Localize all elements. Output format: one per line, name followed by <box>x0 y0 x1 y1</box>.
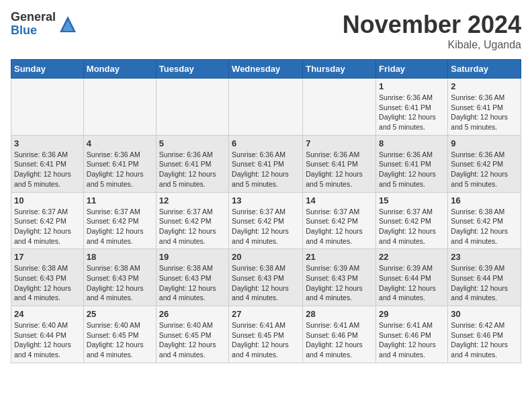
day-info: Sunrise: 6:37 AM Sunset: 6:42 PM Dayligh… <box>159 207 226 246</box>
col-sunday: Sunday <box>11 60 84 79</box>
day-number: 3 <box>14 138 81 148</box>
day-number: 20 <box>232 252 300 262</box>
calendar-cell: 10Sunrise: 6:37 AM Sunset: 6:42 PM Dayli… <box>11 192 84 249</box>
calendar-cell: 13Sunrise: 6:37 AM Sunset: 6:42 PM Dayli… <box>229 192 303 249</box>
day-number: 27 <box>232 309 300 319</box>
day-info: Sunrise: 6:36 AM Sunset: 6:41 PM Dayligh… <box>306 150 373 189</box>
col-tuesday: Tuesday <box>156 60 228 79</box>
day-info: Sunrise: 6:36 AM Sunset: 6:41 PM Dayligh… <box>451 93 518 132</box>
day-number: 24 <box>14 309 81 319</box>
calendar-cell: 21Sunrise: 6:39 AM Sunset: 6:43 PM Dayli… <box>303 249 376 306</box>
day-number: 21 <box>306 252 373 262</box>
day-info: Sunrise: 6:42 AM Sunset: 6:46 PM Dayligh… <box>451 320 518 360</box>
day-number: 2 <box>451 81 518 91</box>
day-number: 13 <box>232 195 300 205</box>
day-info: Sunrise: 6:41 AM Sunset: 6:46 PM Dayligh… <box>379 320 445 360</box>
day-number: 4 <box>87 138 153 148</box>
calendar-cell: 22Sunrise: 6:39 AM Sunset: 6:44 PM Dayli… <box>376 249 448 306</box>
col-wednesday: Wednesday <box>229 60 303 79</box>
calendar-cell: 16Sunrise: 6:38 AM Sunset: 6:42 PM Dayli… <box>448 192 521 249</box>
location-subtitle: Kibale, Uganda <box>343 39 521 51</box>
calendar-week-row: 10Sunrise: 6:37 AM Sunset: 6:42 PM Dayli… <box>11 192 521 249</box>
calendar-cell: 14Sunrise: 6:37 AM Sunset: 6:42 PM Dayli… <box>303 192 376 249</box>
day-info: Sunrise: 6:40 AM Sunset: 6:45 PM Dayligh… <box>87 320 153 360</box>
day-info: Sunrise: 6:41 AM Sunset: 6:45 PM Dayligh… <box>232 320 300 360</box>
day-info: Sunrise: 6:38 AM Sunset: 6:43 PM Dayligh… <box>159 263 226 303</box>
day-info: Sunrise: 6:38 AM Sunset: 6:43 PM Dayligh… <box>87 263 153 303</box>
calendar-table: Sunday Monday Tuesday Wednesday Thursday… <box>11 59 521 363</box>
calendar-week-row: 24Sunrise: 6:40 AM Sunset: 6:44 PM Dayli… <box>11 306 521 363</box>
day-info: Sunrise: 6:39 AM Sunset: 6:43 PM Dayligh… <box>306 263 373 303</box>
calendar-cell: 8Sunrise: 6:36 AM Sunset: 6:41 PM Daylig… <box>376 135 448 192</box>
logo-blue-text: Blue <box>11 24 56 38</box>
calendar-cell: 28Sunrise: 6:41 AM Sunset: 6:46 PM Dayli… <box>303 306 376 363</box>
day-number: 5 <box>159 138 226 148</box>
day-info: Sunrise: 6:38 AM Sunset: 6:42 PM Dayligh… <box>451 207 518 246</box>
day-info: Sunrise: 6:36 AM Sunset: 6:42 PM Dayligh… <box>451 150 518 189</box>
calendar-cell: 11Sunrise: 6:37 AM Sunset: 6:42 PM Dayli… <box>83 192 156 249</box>
day-info: Sunrise: 6:36 AM Sunset: 6:41 PM Dayligh… <box>14 150 81 189</box>
day-number: 16 <box>451 195 518 205</box>
day-number: 9 <box>451 138 518 148</box>
calendar-cell: 23Sunrise: 6:39 AM Sunset: 6:44 PM Dayli… <box>448 249 521 306</box>
calendar-cell: 1Sunrise: 6:36 AM Sunset: 6:41 PM Daylig… <box>376 79 448 136</box>
col-friday: Friday <box>376 60 448 79</box>
calendar-week-row: 3Sunrise: 6:36 AM Sunset: 6:41 PM Daylig… <box>11 135 521 192</box>
day-number: 29 <box>379 309 445 319</box>
calendar-cell: 9Sunrise: 6:36 AM Sunset: 6:42 PM Daylig… <box>448 135 521 192</box>
calendar-cell: 6Sunrise: 6:36 AM Sunset: 6:41 PM Daylig… <box>229 135 303 192</box>
day-number: 14 <box>306 195 373 205</box>
calendar-cell <box>11 79 84 136</box>
calendar-cell: 3Sunrise: 6:36 AM Sunset: 6:41 PM Daylig… <box>11 135 84 192</box>
day-info: Sunrise: 6:36 AM Sunset: 6:41 PM Dayligh… <box>379 93 445 132</box>
calendar-cell: 30Sunrise: 6:42 AM Sunset: 6:46 PM Dayli… <box>448 306 521 363</box>
calendar-cell <box>229 79 303 136</box>
day-number: 30 <box>451 309 518 319</box>
calendar-cell: 12Sunrise: 6:37 AM Sunset: 6:42 PM Dayli… <box>156 192 228 249</box>
calendar-cell: 5Sunrise: 6:36 AM Sunset: 6:41 PM Daylig… <box>156 135 228 192</box>
day-info: Sunrise: 6:40 AM Sunset: 6:45 PM Dayligh… <box>159 320 226 360</box>
col-saturday: Saturday <box>448 60 521 79</box>
day-number: 25 <box>87 309 153 319</box>
day-number: 26 <box>159 309 226 319</box>
calendar-cell <box>83 79 156 136</box>
calendar-cell <box>156 79 228 136</box>
day-info: Sunrise: 6:36 AM Sunset: 6:41 PM Dayligh… <box>159 150 226 189</box>
day-info: Sunrise: 6:40 AM Sunset: 6:44 PM Dayligh… <box>14 320 81 360</box>
calendar-cell: 26Sunrise: 6:40 AM Sunset: 6:45 PM Dayli… <box>156 306 228 363</box>
day-number: 8 <box>379 138 445 148</box>
day-info: Sunrise: 6:37 AM Sunset: 6:42 PM Dayligh… <box>232 207 300 246</box>
calendar-cell: 29Sunrise: 6:41 AM Sunset: 6:46 PM Dayli… <box>376 306 448 363</box>
day-info: Sunrise: 6:39 AM Sunset: 6:44 PM Dayligh… <box>379 263 445 303</box>
col-thursday: Thursday <box>303 60 376 79</box>
calendar-cell: 24Sunrise: 6:40 AM Sunset: 6:44 PM Dayli… <box>11 306 84 363</box>
logo-general-text: General <box>11 11 56 24</box>
day-number: 6 <box>232 138 300 148</box>
calendar-cell: 27Sunrise: 6:41 AM Sunset: 6:45 PM Dayli… <box>229 306 303 363</box>
month-title: November 2024 <box>343 11 521 39</box>
header-row: Sunday Monday Tuesday Wednesday Thursday… <box>11 60 521 79</box>
day-info: Sunrise: 6:36 AM Sunset: 6:41 PM Dayligh… <box>379 150 445 189</box>
day-number: 23 <box>451 252 518 262</box>
col-monday: Monday <box>83 60 156 79</box>
day-number: 1 <box>379 81 445 91</box>
day-info: Sunrise: 6:36 AM Sunset: 6:41 PM Dayligh… <box>87 150 153 189</box>
page-header: General Blue November 2024 Kibale, Ugand… <box>11 11 521 51</box>
calendar-cell: 15Sunrise: 6:37 AM Sunset: 6:42 PM Dayli… <box>376 192 448 249</box>
calendar-cell: 7Sunrise: 6:36 AM Sunset: 6:41 PM Daylig… <box>303 135 376 192</box>
logo-icon <box>58 15 77 34</box>
calendar-cell: 2Sunrise: 6:36 AM Sunset: 6:41 PM Daylig… <box>448 79 521 136</box>
calendar-body: 1Sunrise: 6:36 AM Sunset: 6:41 PM Daylig… <box>11 79 521 363</box>
day-info: Sunrise: 6:38 AM Sunset: 6:43 PM Dayligh… <box>232 263 300 303</box>
day-info: Sunrise: 6:37 AM Sunset: 6:42 PM Dayligh… <box>87 207 153 246</box>
calendar-header: Sunday Monday Tuesday Wednesday Thursday… <box>11 60 521 79</box>
logo: General Blue <box>11 11 77 38</box>
calendar-cell: 25Sunrise: 6:40 AM Sunset: 6:45 PM Dayli… <box>83 306 156 363</box>
day-number: 10 <box>14 195 81 205</box>
title-block: November 2024 Kibale, Uganda <box>343 11 521 51</box>
day-info: Sunrise: 6:38 AM Sunset: 6:43 PM Dayligh… <box>14 263 81 303</box>
calendar-cell: 17Sunrise: 6:38 AM Sunset: 6:43 PM Dayli… <box>11 249 84 306</box>
day-info: Sunrise: 6:41 AM Sunset: 6:46 PM Dayligh… <box>306 320 373 360</box>
day-info: Sunrise: 6:37 AM Sunset: 6:42 PM Dayligh… <box>14 207 81 246</box>
calendar-cell: 20Sunrise: 6:38 AM Sunset: 6:43 PM Dayli… <box>229 249 303 306</box>
